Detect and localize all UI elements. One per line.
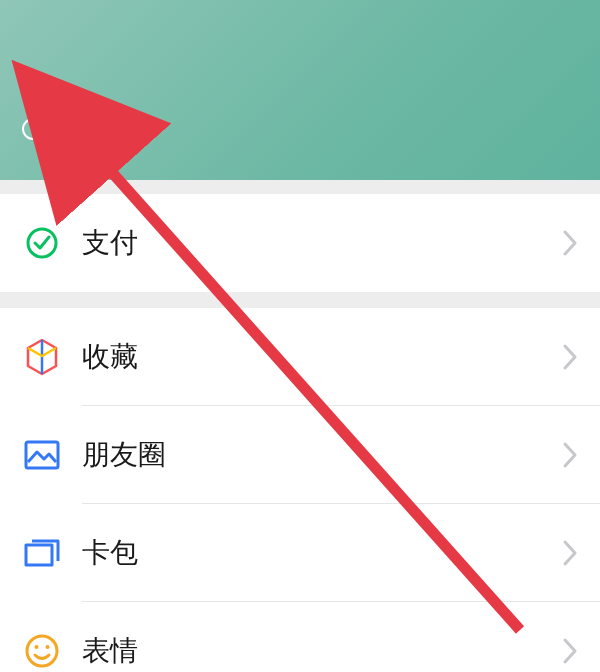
- svg-point-2: [27, 636, 57, 666]
- menu-item-label: 朋友圈: [62, 436, 562, 474]
- status-ring-icon: [22, 118, 44, 140]
- chevron-right-icon: [562, 229, 578, 257]
- menu-item-moments[interactable]: 朋友圈: [0, 406, 600, 504]
- menu-group-1: 支付: [0, 194, 600, 292]
- menu-item-pay[interactable]: 支付: [0, 194, 600, 292]
- menu-item-label: 卡包: [62, 534, 562, 572]
- screen: 隐身 支付: [0, 0, 600, 672]
- cards-icon: [22, 533, 62, 573]
- favorites-icon: [22, 337, 62, 377]
- status-indicator[interactable]: 隐身: [22, 111, 106, 146]
- menu-item-favorites[interactable]: 收藏: [0, 308, 600, 406]
- chevron-right-icon: [562, 441, 578, 469]
- section-gap: [0, 180, 600, 194]
- menu-item-label: 收藏: [62, 338, 562, 376]
- svg-point-3: [35, 645, 39, 649]
- moments-icon: [22, 435, 62, 475]
- svg-point-0: [28, 229, 56, 257]
- chevron-right-icon: [562, 637, 578, 665]
- chevron-right-icon: [562, 539, 578, 567]
- sticker-icon: [22, 631, 62, 671]
- menu-item-label: 表情: [62, 632, 562, 670]
- menu-item-sticker[interactable]: 表情: [0, 602, 600, 672]
- menu-item-cards[interactable]: 卡包: [0, 504, 600, 602]
- pay-icon: [22, 223, 62, 263]
- menu-item-label: 支付: [62, 224, 562, 262]
- status-label: 隐身: [54, 111, 106, 146]
- svg-point-4: [46, 645, 50, 649]
- profile-header: 隐身: [0, 0, 600, 180]
- menu-group-2: 收藏 朋友圈: [0, 308, 600, 672]
- chevron-right-icon: [562, 343, 578, 371]
